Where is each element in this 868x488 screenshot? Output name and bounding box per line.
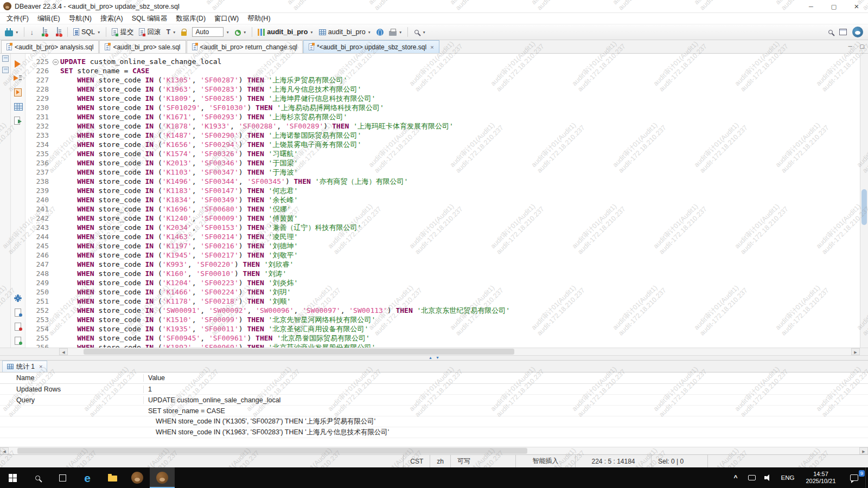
column-header-name[interactable]: Name	[0, 374, 144, 382]
execute-script-icon[interactable]	[13, 74, 23, 82]
restore-navigator-icon[interactable]	[2, 55, 9, 62]
fetch-button[interactable]: ↓	[28, 27, 36, 37]
export-data-icon[interactable]	[13, 116, 23, 125]
hidden-icons-button[interactable]: ^	[727, 467, 744, 488]
code-line[interactable]: 247 WHEN store_code IN ('K993', 'SF00220…	[25, 260, 860, 269]
print-button[interactable]: ▼	[387, 27, 404, 37]
menu-item[interactable]: 搜索(A)	[96, 13, 127, 24]
code-line[interactable]: 251 WHEN store_code IN ('K1178', 'SF0021…	[25, 297, 860, 306]
code-line[interactable]: 252 WHEN store_code IN ('SW00091', 'SW00…	[25, 306, 860, 315]
code-line[interactable]: 236 WHEN store_code IN ('K2013', 'SF0034…	[25, 158, 860, 168]
horizontal-scrollbar[interactable]: ◀ ▶	[0, 348, 868, 355]
scrollbar-track[interactable]	[9, 447, 859, 454]
query-log-icon[interactable]	[13, 336, 23, 345]
results-hscroll[interactable]: ◀ ▶	[0, 447, 868, 454]
menu-item[interactable]: 导航(N)	[65, 13, 96, 24]
open-perspective-button[interactable]	[837, 28, 849, 36]
scrollbar-thumb[interactable]	[861, 189, 867, 225]
start-button[interactable]	[0, 467, 25, 488]
explain-plan-icon[interactable]	[13, 102, 23, 111]
code-line[interactable]: 237 WHEN store_code IN ('K1103', 'SF0034…	[25, 168, 860, 177]
taskbar-clock[interactable]: 14:57 2025/10/21	[799, 467, 843, 488]
code-line[interactable]: 242 WHEN store_code IN ('K1240', 'SF0000…	[25, 214, 860, 223]
code-line[interactable]: 234 WHEN store_code IN ('K1656', 'SF0029…	[25, 140, 860, 149]
menu-item[interactable]: 数据库(D)	[171, 13, 210, 24]
table-row[interactable]: WHEN store_code IN ('K1305', 'SF00287') …	[0, 416, 868, 427]
edge-button[interactable]: e	[75, 467, 100, 488]
menu-item[interactable]: 窗口(W)	[210, 13, 243, 24]
show-desktop-button[interactable]	[865, 467, 868, 488]
menu-item[interactable]: 帮助(H)	[243, 13, 275, 24]
fold-icon[interactable]	[52, 57, 59, 66]
menu-item[interactable]: 编辑(E)	[33, 13, 65, 24]
new-connection-button[interactable]: ▼	[3, 27, 21, 37]
code-line[interactable]: 250 WHEN store_code IN ('K1466', 'SF0022…	[25, 287, 860, 297]
scrollbar-thumb[interactable]	[17, 448, 528, 454]
code-line[interactable]: 249 WHEN store_code IN ('K1204', 'SF0022…	[25, 278, 860, 287]
menu-item[interactable]: SQL 编辑器	[127, 13, 172, 24]
editor-tab[interactable]: <audit_bi_pro> sale.sql	[99, 40, 186, 53]
table-row[interactable]: WHEN store_code IN ('K1963', 'SF00283') …	[0, 427, 868, 438]
minimize-view-icon[interactable]: ─	[844, 40, 856, 53]
execute-new-tab-icon[interactable]	[13, 88, 23, 97]
dbeaver-running-button[interactable]	[150, 467, 175, 488]
code-line[interactable]: 254 WHEN store_code IN ('K1935', 'SF0001…	[25, 324, 860, 333]
code-line[interactable]: 246 WHEN store_code IN ('K1945', 'SF0021…	[25, 251, 860, 260]
editor-tab[interactable]: <audit_bi_pro> return_change.sql	[187, 40, 303, 53]
code-line[interactable]: 225UPDATE custom_online_sale_change_loca…	[25, 57, 860, 66]
code-line[interactable]: 253 WHEN store_code IN ('K1510', 'SF0009…	[25, 315, 860, 324]
code-line[interactable]: 248 WHEN store_code IN ('K160', 'SF00010…	[25, 269, 860, 278]
transaction-mode-button[interactable]: T ▼	[164, 27, 178, 37]
error-log-icon[interactable]	[13, 322, 23, 331]
lock-button[interactable]	[179, 28, 189, 37]
table-row[interactable]: SET store_name = CASE	[0, 406, 868, 416]
rollback-text-button[interactable]: 回滚	[137, 27, 163, 38]
autocommit-select[interactable]: Auto ▼	[190, 26, 231, 38]
restore-projects-icon[interactable]	[2, 67, 9, 73]
table-row[interactable]: Updated Rows1	[0, 384, 868, 395]
quick-access-search-button[interactable]	[825, 28, 836, 36]
scroll-left-icon[interactable]: ◀	[59, 348, 68, 355]
refresh-timer-button[interactable]: ▼	[233, 28, 248, 37]
maximize-view-icon[interactable]: ▢	[856, 40, 868, 53]
close-icon[interactable]: ×	[39, 363, 42, 370]
code-line[interactable]: 227 WHEN store_code IN ('K1305', 'SF0028…	[25, 75, 860, 85]
code-line[interactable]: 226SET store_name = CASE	[25, 66, 860, 75]
code-line[interactable]: 245 WHEN store_code IN ('K1197', 'SF0021…	[25, 241, 860, 251]
code-line[interactable]: 232 WHEN store_code IN ('K1878', 'K1933'…	[25, 121, 860, 131]
taskbar-search-button[interactable]	[25, 467, 50, 488]
close-icon[interactable]: ×	[430, 44, 433, 50]
tab-statistics[interactable]: 统计 1 ×	[2, 361, 47, 372]
language-button[interactable]: ENG	[776, 467, 799, 488]
task-view-button[interactable]	[50, 467, 75, 488]
scroll-right-icon[interactable]: ▶	[859, 447, 868, 454]
code-line[interactable]: 244 WHEN store_code IN ('K1463', 'SF0021…	[25, 232, 860, 241]
database-select[interactable]: audit_bi_pro ▼	[256, 27, 315, 37]
code-line[interactable]: 241 WHEN store_code IN ('K1696', 'SF0068…	[25, 204, 860, 214]
code-line[interactable]: 230 WHEN store_code IN ('SF01029', 'SF01…	[25, 103, 860, 112]
navigator-button[interactable]	[374, 28, 386, 37]
code-line[interactable]: 231 WHEN store_code IN ('K1671', 'SF0029…	[25, 112, 860, 121]
code-line[interactable]: 239 WHEN store_code IN ('K1183', 'SF0014…	[25, 186, 860, 195]
code-line[interactable]: 229 WHEN store_code IN ('K1809', 'SF0028…	[25, 94, 860, 103]
minimize-button[interactable]: ─	[800, 0, 822, 12]
scrollbar-thumb[interactable]	[84, 349, 514, 355]
code-line[interactable]: 240 WHEN store_code IN ('K1834', 'SF0034…	[25, 195, 860, 204]
code-line[interactable]: 235 WHEN store_code IN ('K1574', 'SF0032…	[25, 149, 860, 158]
code-line[interactable]: 243 WHEN store_code IN ('K2034', 'SF0015…	[25, 223, 860, 232]
scroll-right-icon[interactable]: ▶	[851, 348, 860, 355]
maximize-button[interactable]: ▢	[822, 0, 845, 12]
column-header-value[interactable]: Value	[144, 374, 868, 382]
vertical-scrollbar[interactable]	[860, 54, 868, 348]
editor-tab[interactable]: *<audit_bi_pro> update_sbz_store.sql×	[303, 40, 439, 53]
tablet-button[interactable]	[744, 467, 760, 488]
rollback-button[interactable]	[51, 27, 64, 37]
scroll-left-icon[interactable]: ◀	[0, 447, 9, 454]
code-editor[interactable]: 225UPDATE custom_online_sale_change_loca…	[25, 54, 860, 348]
code-line[interactable]: 233 WHEN store_code IN ('K1487', 'SF0029…	[25, 131, 860, 140]
table-row[interactable]: QueryUPDATE custom_online_sale_change_lo…	[0, 395, 868, 406]
action-center-button[interactable]: 9	[843, 467, 865, 488]
code-line[interactable]: 228 WHEN store_code IN ('K1963', 'SF0028…	[25, 85, 860, 94]
file-explorer-button[interactable]	[100, 467, 125, 488]
output-log-icon[interactable]	[13, 308, 23, 317]
